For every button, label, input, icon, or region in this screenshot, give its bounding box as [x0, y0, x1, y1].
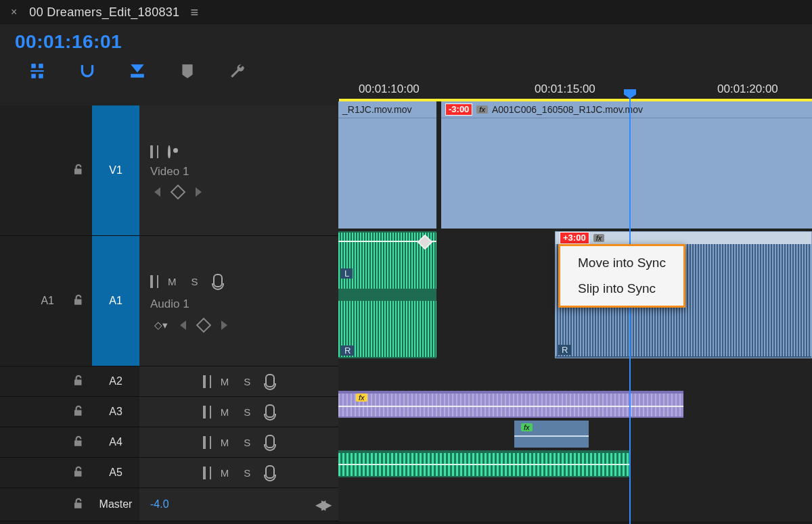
sync-offset-badge[interactable]: -3:00	[445, 103, 472, 116]
lock-icon[interactable]	[72, 405, 85, 419]
time-ruler-area: 00:01:10:00 00:01:15:00 00:01:20:00	[338, 24, 812, 99]
lock-icon[interactable]	[72, 435, 85, 450]
snap-icon[interactable]	[78, 62, 96, 82]
add-keyframe-icon[interactable]	[196, 317, 212, 333]
linked-selection-icon[interactable]	[129, 62, 146, 82]
lock-icon[interactable]	[72, 164, 85, 178]
clip-area[interactable]: _R1JC.mov.mov -3:00 fx A001C006_160508_R…	[338, 99, 812, 524]
toggle-output-eye-icon[interactable]	[168, 147, 171, 157]
mute-button[interactable]: M	[221, 376, 229, 387]
menu-item-slip-into-sync[interactable]: Slip into Sync	[560, 276, 683, 302]
work-area-bar[interactable]	[339, 99, 812, 101]
keyframe-mode-dropdown[interactable]: ◇▾	[154, 319, 168, 331]
audio-clip[interactable]	[338, 450, 629, 477]
mute-button[interactable]: M	[168, 276, 177, 287]
ruler-label: 00:01:10:00	[359, 82, 420, 96]
track-header-a5: A5 M S	[0, 458, 338, 488]
voice-record-icon[interactable]	[265, 404, 275, 420]
track-select-a4[interactable]: A4	[92, 427, 139, 457]
channel-label-r: R	[341, 346, 354, 356]
track-header-a1: A1 A1 M S Audio 1 ◇▾	[0, 236, 338, 366]
prev-keyframe-icon[interactable]	[180, 320, 186, 330]
track-select-a5[interactable]: A5	[92, 458, 139, 487]
voice-record-icon[interactable]	[213, 274, 223, 289]
solo-button[interactable]: S	[191, 276, 198, 287]
source-patch-icon[interactable]	[150, 277, 153, 287]
sync-context-menu: Move into Sync Slip into Sync	[558, 244, 685, 308]
track-header-master: Master -4.0 ◀▶	[0, 488, 338, 521]
track-header-a4: A4 M S	[0, 427, 338, 458]
add-keyframe-icon[interactable]	[171, 184, 186, 199]
prev-keyframe-icon[interactable]	[154, 187, 160, 197]
nest-sequence-icon[interactable]	[28, 62, 46, 82]
fx-badge-icon[interactable]: fx	[476, 105, 488, 114]
mute-button[interactable]: M	[221, 406, 229, 418]
fx-badge-icon[interactable]: fx	[356, 394, 367, 402]
solo-button[interactable]: S	[244, 406, 250, 418]
ruler-label: 00:01:20:00	[717, 82, 778, 96]
track-header-v1: V1 Video 1	[0, 105, 338, 236]
track-select-a2[interactable]: A2	[92, 366, 139, 396]
wrench-settings-icon[interactable]	[229, 62, 246, 82]
video-clip[interactable]: -3:00 fx A001C006_160508_R1JC.mov.mov	[441, 101, 812, 229]
lock-icon[interactable]	[72, 375, 85, 389]
source-patch-icon[interactable]	[203, 468, 206, 478]
track-select-a3[interactable]: A3	[92, 397, 139, 427]
panel-menu-icon[interactable]: ≡	[186, 5, 198, 20]
fx-badge-icon[interactable]: fx	[521, 423, 533, 431]
clip-name: _R1JC.mov.mov	[342, 104, 411, 115]
audio-clip[interactable]: fx	[514, 421, 589, 448]
channel-label-l: L	[341, 268, 353, 279]
fx-badge-icon[interactable]: fx	[593, 234, 605, 242]
track-select-v1[interactable]: V1	[92, 105, 139, 235]
solo-button[interactable]: S	[244, 437, 250, 448]
channel-label-r: R	[558, 345, 571, 355]
track-header-column: V1 Video 1 A1 A1	[0, 105, 338, 521]
source-target-a1[interactable]: A1	[0, 236, 65, 366]
source-patch-icon[interactable]	[203, 437, 206, 448]
solo-button[interactable]: S	[244, 376, 250, 387]
voice-record-icon[interactable]	[265, 465, 275, 481]
time-ruler[interactable]: 00:01:10:00 00:01:15:00 00:01:20:00	[338, 78, 812, 99]
audio-clip[interactable]: fx	[338, 391, 683, 418]
voice-record-icon[interactable]	[265, 374, 275, 389]
sync-offset-badge[interactable]: +3:00	[560, 232, 589, 244]
clip-name: A001C006_160508_R1JC.mov.mov	[492, 104, 643, 115]
lock-icon[interactable]	[72, 466, 85, 480]
menu-item-move-into-sync[interactable]: Move into Sync	[560, 250, 683, 276]
svg-rect-0	[131, 74, 144, 77]
marker-icon[interactable]	[179, 62, 196, 82]
sequence-tab-bar: × 00 Dreamers_Edit_180831 ≡	[0, 0, 812, 24]
track-select-a1[interactable]: A1	[92, 236, 139, 366]
voice-record-icon[interactable]	[265, 435, 275, 450]
master-volume-value[interactable]: -4.0	[150, 498, 169, 510]
track-name-a1[interactable]: Audio 1	[150, 297, 328, 311]
audio-clip[interactable]: L R	[338, 231, 436, 358]
solo-button[interactable]: S	[244, 467, 250, 479]
ruler-label: 00:01:15:00	[535, 82, 595, 96]
source-patch-icon[interactable]	[150, 147, 153, 157]
next-keyframe-icon[interactable]	[221, 320, 227, 330]
mute-button[interactable]: M	[221, 437, 229, 448]
mute-button[interactable]: M	[221, 467, 229, 479]
source-patch-icon[interactable]	[203, 377, 206, 387]
pan-balance-icon[interactable]: ◀▶	[315, 496, 328, 513]
lock-icon[interactable]	[72, 498, 85, 512]
sequence-title[interactable]: 00 Dreamers_Edit_180831	[29, 5, 179, 20]
track-header-a3: A3 M S	[0, 397, 338, 427]
track-header-a2: A2 M S	[0, 366, 338, 397]
next-keyframe-icon[interactable]	[196, 187, 202, 197]
video-clip[interactable]: _R1JC.mov.mov	[338, 101, 436, 229]
source-patch-icon[interactable]	[203, 407, 206, 417]
master-label: Master	[92, 488, 139, 521]
lock-icon[interactable]	[72, 294, 85, 308]
close-tab-button[interactable]: ×	[5, 6, 22, 18]
track-name-v1[interactable]: Video 1	[150, 165, 328, 178]
